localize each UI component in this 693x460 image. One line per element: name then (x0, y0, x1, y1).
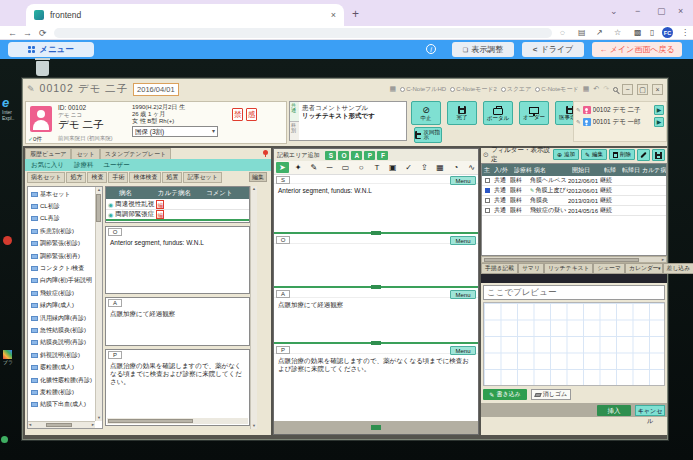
tree-item[interactable]: 調節緊張(初再) (29, 250, 95, 262)
diagnosis-row[interactable]: 共通 眼科 ✎ 飛蚊症の疑い 2014/05/16 継続 (482, 206, 666, 216)
select-cursor-icon[interactable]: ➤ (276, 162, 289, 173)
new-tab-button[interactable]: + (352, 7, 359, 21)
insert-button[interactable]: 挿入 (597, 405, 631, 416)
area-add-button[interactable]: P (364, 151, 375, 160)
cancel-button[interactable]: ⊘中止 (411, 101, 441, 125)
tree-item[interactable]: 結膜炎説明(再診) (29, 337, 95, 349)
display-adjust-button[interactable]: ❏ 表示調整 (452, 42, 514, 57)
brush-button[interactable] (637, 149, 650, 161)
edit-button[interactable]: 編集 (249, 172, 267, 182)
menu-button[interactable]: メニュー (8, 42, 94, 57)
close-icon[interactable]: × (678, 6, 683, 16)
extensions-icon[interactable]: ▩ (634, 28, 642, 37)
diagnosis-row[interactable]: 共通 眼科 ✎ 角膜炎 2013/03/01 継続 (482, 196, 666, 206)
tab-overflow-icon[interactable]: ▾ (658, 265, 661, 271)
section-menu-button[interactable]: Menu (450, 176, 476, 185)
reload-icon[interactable]: ⟳ (39, 28, 47, 38)
tree-vscrollbar[interactable]: ▲ ▼ (95, 187, 102, 421)
set-section-a[interactable]: A 点眼加療にて経過観察 (105, 297, 250, 346)
next-instruction-button[interactable]: 次回指示 (414, 127, 442, 143)
dx-row[interactable]: ◉ 両調節緊張症 編 (106, 210, 249, 221)
scroll-left-icon[interactable]: ◄ (28, 422, 32, 428)
set-type-chip[interactable]: 検体検査 (129, 172, 161, 183)
tree-item[interactable]: 結膜下出血(成人) (29, 399, 95, 411)
section-menu-button[interactable]: Menu (450, 236, 476, 245)
area-add-button[interactable]: A (351, 151, 362, 160)
url-field[interactable] (54, 28, 552, 38)
pie-icon[interactable]: ◔ (449, 162, 462, 173)
undo-icon[interactable]: ↶ (593, 85, 599, 93)
note-section-a[interactable]: A Menu 点眼加療にて経過観察 (274, 289, 478, 341)
diagnosis-row[interactable]: 共通 眼科 ✎ 角膜上皮びらん 2012/06/01 継続 (482, 186, 666, 196)
tree-hscrollbar[interactable]: ◄ ► (28, 421, 95, 428)
portal-button[interactable]: ポータル (483, 101, 513, 125)
forward-icon[interactable]: → (23, 28, 32, 38)
stamp-icon[interactable]: ✦ (292, 162, 305, 173)
pin-icon[interactable] (263, 150, 268, 155)
mode-radio[interactable]: C-Noteモード (535, 85, 578, 94)
minimize-icon[interactable]: − (635, 6, 640, 16)
scroll-up-icon[interactable]: ▲ (251, 186, 257, 192)
left-tab[interactable]: 履歴ビューア (25, 148, 71, 159)
edit-button[interactable]: ✎編集 (581, 149, 607, 160)
profile-avatar[interactable]: FC (662, 27, 673, 38)
tree-item[interactable]: 白内障(初)手術説明 (29, 275, 95, 287)
filter-icon[interactable]: ⊙ (483, 151, 489, 159)
tool-tab[interactable]: カレンダー (625, 263, 663, 274)
scroll-up-icon[interactable]: ▲ (96, 187, 102, 193)
diagnosis-row[interactable]: 共通 眼科 ✎ 角膜ヘルペス 2012/06/01 継続 (482, 176, 666, 186)
freehand-icon[interactable]: ∿ (465, 162, 478, 173)
scroll-down-icon[interactable]: ▼ (97, 415, 101, 421)
ellipse-icon[interactable]: ○ (355, 162, 368, 173)
back-to-main-button[interactable]: ← メイン画面へ戻る (592, 42, 682, 57)
subtab[interactable]: ユーザー (103, 161, 129, 170)
info-icon[interactable]: i (426, 44, 436, 54)
note-section-o[interactable]: O Menu (274, 235, 478, 285)
browser-tab[interactable]: frontend × (26, 4, 344, 26)
tree-item[interactable]: 麦粒腫(初診) (29, 386, 95, 398)
note-section-s[interactable]: S Menu Anterior segment, fundus: W.N.L (274, 175, 478, 231)
set-type-chip[interactable]: 病名セット (27, 172, 65, 183)
scroll-right-icon[interactable]: ► (91, 422, 95, 428)
tool-tab[interactable]: 差し込み (663, 263, 693, 274)
open-arrow-button[interactable]: ▶ (654, 105, 664, 115)
handwriting-canvas[interactable] (483, 302, 665, 386)
window-maximize-icon[interactable]: ▢ (637, 84, 648, 95)
tree-item[interactable]: CL再診 (29, 213, 95, 225)
line-icon[interactable]: ─ (323, 162, 336, 173)
internet-explorer-icon[interactable]: e Inter Expl.. (2, 97, 15, 121)
share-icon[interactable]: ↗ (596, 28, 603, 37)
layout-grid-icon[interactable]: ▦ (390, 85, 397, 93)
table-hscrollbar[interactable]: ► (481, 256, 667, 263)
tree-item[interactable]: 緑内障(成人) (29, 300, 95, 312)
insurance-select[interactable]: 国保 (3割) (132, 126, 218, 137)
set-type-chip[interactable]: 手術 (108, 172, 128, 183)
order-button[interactable]: オーダー (519, 101, 549, 125)
tree-item[interactable]: 調節緊張(初診) (29, 238, 95, 250)
tool-tab[interactable]: シェーマ (593, 263, 625, 274)
add-button[interactable]: ⊕追加 (553, 149, 579, 160)
subtab[interactable]: お気に入り (31, 161, 64, 170)
complete-button[interactable]: 完了 (447, 101, 477, 125)
set-section-p[interactable]: P 点眼治療の効果を確認しますので、薬がなくなる頃までに検査および診察に来院して… (105, 349, 250, 426)
set-type-chip[interactable]: 処置 (162, 172, 182, 183)
subtab[interactable]: 診療科 (74, 161, 94, 170)
translate-icon[interactable]: ▤ (578, 28, 586, 37)
tree-item[interactable]: 急性結膜炎(初診) (29, 324, 95, 336)
scroll-down-icon[interactable]: ▼ (252, 423, 256, 429)
recycle-bin-icon[interactable] (36, 61, 49, 76)
set-type-chip[interactable]: 検査 (87, 172, 107, 183)
app-shortcut-color-icon[interactable]: ブラ (3, 350, 13, 365)
tree-item[interactable]: 疾患別(初診) (29, 225, 95, 237)
pen-icon[interactable]: ✎ (308, 162, 321, 173)
tool-tab[interactable]: 手描き記載 (481, 263, 518, 274)
open-arrow-button[interactable]: ▶ (654, 117, 664, 127)
drive-button[interactable]: < ドライブ (522, 42, 584, 57)
window-close-icon[interactable]: × (652, 84, 663, 95)
section-menu-button[interactable]: Menu (450, 290, 476, 299)
image-icon[interactable]: ▣ (386, 162, 399, 173)
bottom-splitter[interactable] (274, 421, 478, 434)
maximize-icon[interactable]: ▢ (657, 6, 666, 16)
back-icon[interactable]: ← (8, 28, 17, 38)
app-shortcut-red-icon[interactable] (3, 236, 12, 245)
